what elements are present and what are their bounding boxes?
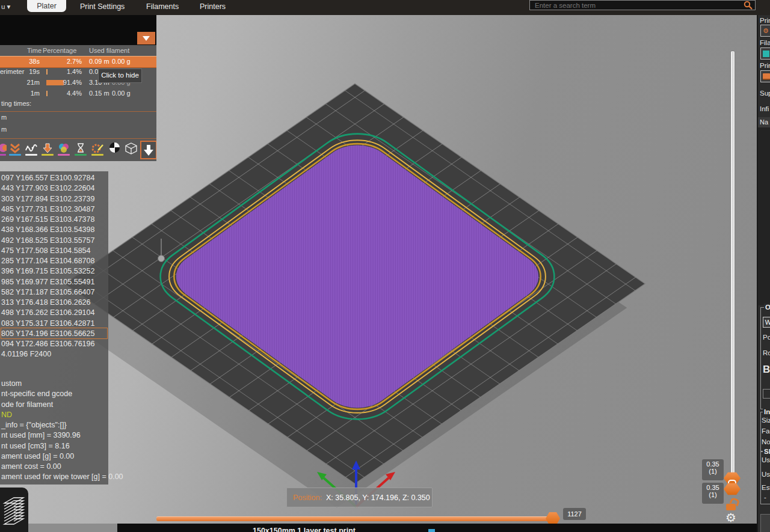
- layer-slider[interactable]: [730, 50, 735, 476]
- layer-height-badge-top: 0.35 (1): [702, 459, 724, 480]
- big-glyph: B: [763, 364, 770, 376]
- tab-filaments[interactable]: Filaments: [146, 2, 179, 11]
- feature-length: 0.15 m: [89, 90, 109, 97]
- group-caption: In: [763, 408, 770, 415]
- color-changes-icon[interactable]: [57, 142, 70, 159]
- layer-height-badge-bottom: 0.35 (1): [702, 483, 724, 504]
- feature-time: 1m: [18, 90, 40, 97]
- legend-panel: Time Percentage Used filament 38s 2.7% 0…: [0, 45, 156, 161]
- search-input[interactable]: [529, 0, 756, 10]
- estimate-label: Est: [762, 484, 770, 491]
- tab-printers[interactable]: Printers: [200, 2, 226, 11]
- gcode-line: 485 Y177.731 E3102.30487: [0, 204, 108, 215]
- dash: -: [764, 494, 766, 501]
- printer-combo[interactable]: [760, 70, 770, 82]
- gcode-line: 396 Y169.715 E3105.53252: [0, 266, 108, 277]
- position-tooltip: Position: X: 35.805, Y: 174.196, Z: 0.35…: [286, 488, 433, 507]
- status-title: 150x150mm 1 layer test print: [253, 527, 356, 532]
- gcode-window: 097 Y166.557 E3100.92784 443 Y177.903 E3…: [0, 171, 108, 485]
- top-menu-bar: u ▾ Plater Print Settings Filaments Prin…: [0, 0, 770, 15]
- gcode-comment: _info = {"objects":[]}: [0, 420, 108, 430]
- legend-row[interactable]: 38s 2.7% 0.09 m 0.00 g: [0, 56, 156, 68]
- click-to-hide-tooltip: Click to hide: [98, 69, 142, 83]
- pause-prints-icon[interactable]: [74, 142, 87, 159]
- gcode-line: 097 Y166.557 E3100.92784: [0, 173, 108, 183]
- position-value: X: 35.805, Y: 174.196, Z: 0.350: [326, 494, 430, 502]
- layer-slider-handle[interactable]: [724, 472, 741, 495]
- facets-label: Fac: [762, 427, 770, 435]
- gcode-line: 313 Y176.418 E3106.2626: [0, 298, 108, 308]
- shells-cube-icon[interactable]: [125, 142, 138, 159]
- pct-bar: [46, 80, 64, 85]
- preview-mode-box[interactable]: [0, 488, 28, 532]
- gcode-line: 094 Y172.486 E3106.76196: [0, 339, 108, 349]
- object-list[interactable]: [758, 127, 770, 305]
- gcode-line: 4.01196 F2400: [0, 349, 108, 359]
- gcode-comment: ament cost = 0.00: [0, 462, 108, 472]
- filament-color-swatch: [763, 50, 769, 57]
- gcode-line: 492 Y168.525 E3103.55757: [0, 236, 108, 246]
- gcode-comment: ustom: [0, 379, 108, 389]
- taskbar-icon: [428, 529, 435, 532]
- gcode-line: 985 Y169.977 E3105.55491: [0, 277, 108, 287]
- divider: [0, 138, 156, 139]
- gcode-line: 443 Y177.903 E3102.22604: [0, 183, 108, 194]
- gcode-comment-end: ND: [0, 410, 108, 420]
- printing-times-heading: ting times:: [1, 100, 31, 107]
- used-filament2-label: Us: [762, 471, 770, 478]
- retractions-icon[interactable]: [25, 142, 38, 159]
- custom-gcode-icon[interactable]: [91, 142, 104, 159]
- position-label: Position:: [293, 494, 322, 502]
- feature-time: 21m: [18, 79, 40, 86]
- gcode-comment: ament used [g] = 0.00: [0, 451, 108, 462]
- search-icon[interactable]: [744, 1, 753, 10]
- gcode-line: 475 Y177.508 E3104.5854: [0, 246, 108, 256]
- group-caption: Sl: [763, 448, 770, 455]
- filament-combo[interactable]: [760, 47, 770, 60]
- chevrons-down-icon[interactable]: [8, 142, 22, 159]
- gcode-comment: nt-specific end gcode: [0, 389, 108, 399]
- gcode-line: 303 Y177.894 E3102.23739: [0, 194, 108, 204]
- gear-icon[interactable]: ⚙: [725, 512, 736, 524]
- tab-plater[interactable]: Plater: [27, 0, 66, 12]
- horizontal-move-slider[interactable]: [156, 516, 550, 521]
- combo-dropdown-button[interactable]: [137, 32, 155, 44]
- infill-label: Infi: [760, 105, 769, 112]
- legend-col-percentage: Percentage: [43, 47, 76, 54]
- lock-open-icon[interactable]: [726, 498, 739, 510]
- print-settings-label: Prin: [760, 17, 770, 24]
- tool-marker-icon[interactable]: [140, 141, 156, 159]
- supports-label: Sup: [760, 90, 770, 97]
- object-list-header: Na: [758, 117, 770, 127]
- feature-length: 0.09 m: [89, 58, 109, 65]
- menu-stub[interactable]: u ▾: [1, 2, 10, 11]
- world-coords-button[interactable]: W: [763, 317, 770, 328]
- small-button[interactable]: [763, 389, 770, 399]
- gcode-comment: nt used [cm3] = 8.16: [0, 441, 108, 451]
- export-button[interactable]: [760, 514, 770, 532]
- pct-bar: [46, 69, 48, 75]
- feature-pct: 91.4%: [63, 79, 82, 86]
- legend-row[interactable]: 1m 4.4% 0.15 m 0.00 g: [0, 88, 156, 99]
- layers-icon: [2, 495, 28, 531]
- tab-print-settings[interactable]: Print Settings: [80, 2, 125, 11]
- travel-moves-icon[interactable]: [0, 142, 7, 159]
- position-row-label: Po: [763, 334, 770, 341]
- feature-pct: 4.4%: [63, 90, 82, 97]
- status-bar: 150x150mm 1 layer test print: [117, 524, 757, 532]
- feature-pct: 1.4%: [63, 68, 82, 75]
- gcode-comment: ament used for wipe tower [g] = 0.00: [0, 472, 108, 482]
- printer-label: Prin: [760, 62, 770, 69]
- rotation-row-label: Ro: [763, 349, 770, 356]
- legend-col-filament: Used filament: [89, 47, 129, 54]
- feature-time: 38s: [18, 58, 40, 65]
- gcode-comment: nt used [mm] = 3390.96: [0, 430, 108, 441]
- center-of-gravity-icon[interactable]: [108, 142, 121, 159]
- gcode-comment: ode for filament: [0, 400, 108, 410]
- deretractions-icon[interactable]: [41, 142, 54, 159]
- gcode-line: 582 Y171.187 E3105.66407: [0, 287, 108, 298]
- print-settings-combo[interactable]: ⚙: [760, 25, 770, 37]
- legend-view-combo[interactable]: [0, 15, 156, 45]
- gcode-line: 438 Y168.366 E3103.54398: [0, 225, 108, 235]
- gcode-current-line-highlight: [1, 328, 108, 339]
